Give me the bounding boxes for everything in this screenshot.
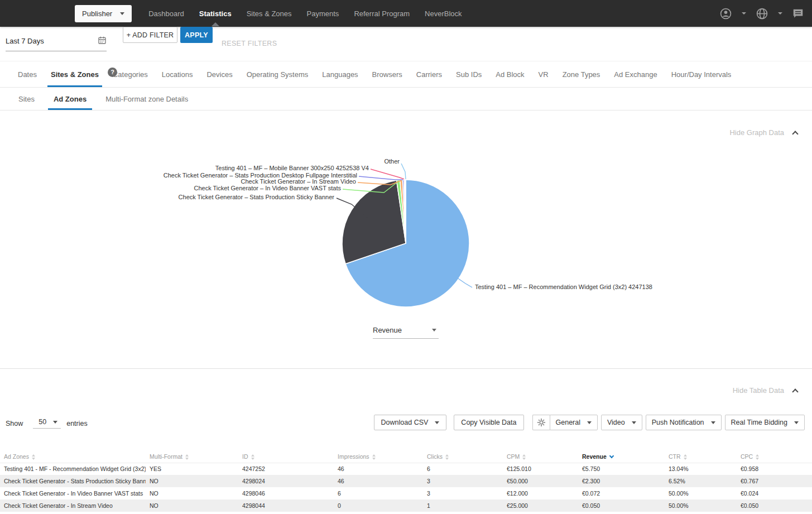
- statistics-tabs: DatesSites & ZonesCategoriesLocationsDev…: [0, 61, 812, 88]
- chart-metric-value: Revenue: [373, 326, 402, 334]
- column-header-revenue[interactable]: Revenue: [578, 450, 665, 463]
- sort-icon: [32, 454, 35, 460]
- column-label: CPC: [741, 453, 753, 460]
- gear-icon[interactable]: [532, 415, 550, 430]
- globe-chevron-down-icon[interactable]: [778, 12, 782, 15]
- chevron-down-icon: [587, 421, 592, 424]
- globe-icon[interactable]: [756, 7, 768, 20]
- nav-item-dashboard[interactable]: Dashboard: [148, 1, 184, 26]
- add-filter-button[interactable]: + ADD FILTER: [123, 27, 177, 43]
- reset-filters-button[interactable]: RESET FILTERS: [222, 40, 277, 47]
- cell-multi-format: YES: [146, 463, 238, 475]
- tab-browsers[interactable]: Browsers: [369, 61, 406, 87]
- pie-label-check-ticket-generator-stats-production-sticky-banner: Check Ticket Generator – Stats Productio…: [179, 194, 334, 200]
- tab-vr[interactable]: VR: [535, 61, 552, 87]
- tab-dates[interactable]: Dates: [15, 61, 40, 87]
- column-label: Multi-Format: [150, 453, 182, 460]
- sort-icon: [756, 454, 759, 460]
- table-row: Check Ticket Generator - In Stream Video…: [0, 499, 812, 512]
- hide-table-data-label: Hide Table Data: [733, 386, 784, 395]
- chevron-down-icon: [53, 421, 57, 424]
- statistics-table: Ad ZonesMulti-FormatIDImpressionsClicksC…: [0, 450, 812, 512]
- real-time-bidding-dropdown[interactable]: Real Time Bidding: [725, 415, 805, 430]
- cell-id: 4298024: [238, 475, 334, 487]
- cell-ad-zone: Testing 401 - MF - Recommendation Widget…: [0, 463, 146, 475]
- pie-label-testing-401-mf-recommendation-widget-grid-3x2-4247138: Testing 401 – MF – Recommendation Widget…: [475, 284, 652, 290]
- download-csv-button[interactable]: Download CSV: [374, 415, 447, 430]
- video-dropdown[interactable]: Video: [601, 415, 642, 430]
- tab-sites-zones[interactable]: Sites & Zones: [47, 61, 102, 87]
- pie-label-check-ticket-generator-stats-production-desktop-fullpage-interstitial: Check Ticket Generator – Stats Productio…: [164, 172, 357, 179]
- account-chevron-down-icon[interactable]: [742, 12, 746, 15]
- cell-clicks: 3: [423, 487, 503, 499]
- entries-label: entries: [66, 420, 88, 427]
- chevron-down-icon: [120, 12, 124, 15]
- download-csv-label: Download CSV: [381, 419, 429, 426]
- chevron-down-icon: [632, 421, 636, 424]
- column-header-cpm[interactable]: CPM: [503, 450, 578, 463]
- subtab-sites[interactable]: Sites: [13, 88, 40, 110]
- tab-categories[interactable]: Categories: [109, 61, 151, 87]
- column-header-impressions[interactable]: Impressions: [334, 450, 423, 463]
- subtab-ad-zones[interactable]: Ad Zones: [48, 88, 92, 110]
- apply-button[interactable]: APPLY: [180, 27, 213, 43]
- chart-metric-dropdown[interactable]: Revenue: [373, 326, 439, 339]
- table-body: Testing 401 - MF - Recommendation Widget…: [0, 463, 812, 512]
- cell-clicks: 1: [423, 499, 503, 512]
- cell-multi-format: NO: [146, 499, 238, 512]
- sort-icon: [185, 454, 189, 460]
- cell-id: 4247252: [238, 463, 334, 475]
- nav-item-statistics[interactable]: Statistics: [199, 1, 232, 26]
- tab-carriers[interactable]: Carriers: [413, 61, 445, 87]
- chat-icon[interactable]: [792, 7, 804, 20]
- cell-cpc: €0.050: [737, 499, 812, 512]
- cell-cpm: €25.000: [503, 499, 578, 512]
- tab-sub-ids[interactable]: Sub IDs: [453, 61, 485, 87]
- column-header-multi-format[interactable]: Multi-Format: [146, 450, 238, 463]
- column-label: Clicks: [427, 453, 443, 460]
- cell-cpc: €0.767: [737, 475, 812, 487]
- subtab-multi-format-zone-details[interactable]: Multi-Format zone Details: [100, 88, 194, 110]
- tab-operating-systems[interactable]: Operating Systems: [243, 61, 312, 87]
- column-header-id[interactable]: ID: [238, 450, 334, 463]
- account-icon[interactable]: [719, 7, 732, 20]
- column-header-ctr[interactable]: CTR: [665, 450, 737, 463]
- tab-hour-day-intervals[interactable]: Hour/Day Intervals: [668, 61, 735, 87]
- column-header-clicks[interactable]: Clicks: [423, 450, 503, 463]
- page-size-dropdown[interactable]: 50: [33, 418, 61, 429]
- table-header-row: Ad ZonesMulti-FormatIDImpressionsClicksC…: [0, 450, 812, 463]
- tab-languages[interactable]: Languages: [319, 61, 361, 87]
- tab-ad-exchange[interactable]: Ad Exchange: [611, 61, 660, 87]
- tab-devices[interactable]: Devices: [203, 61, 236, 87]
- cell-id: 4298044: [238, 499, 334, 512]
- publisher-dropdown[interactable]: Publisher: [75, 5, 132, 22]
- nav-item-sites-zones[interactable]: Sites & Zones: [247, 1, 292, 26]
- top-navbar: Publisher DashboardStatisticsSites & Zon…: [0, 0, 812, 27]
- nav-item-neverblock[interactable]: NeverBlock: [425, 1, 462, 26]
- tab-locations[interactable]: Locations: [158, 61, 196, 87]
- publisher-dropdown-label: Publisher: [82, 9, 112, 18]
- column-label: CPM: [507, 453, 520, 460]
- column-header-cpc[interactable]: CPC: [737, 450, 812, 463]
- table-row: Testing 401 - MF - Recommendation Widget…: [0, 463, 812, 475]
- nav-item-referral-program[interactable]: Referral Program: [354, 1, 410, 26]
- cell-cpm: €125.010: [503, 463, 578, 475]
- general-dropdown[interactable]: General: [550, 415, 598, 430]
- chevron-down-icon: [435, 421, 439, 424]
- tab-ad-block[interactable]: Ad Block: [492, 61, 527, 87]
- date-range-input[interactable]: Last 7 Days: [6, 36, 107, 51]
- cell-revenue: €0.072: [578, 487, 665, 499]
- hide-table-data-link[interactable]: Hide Table Data: [733, 386, 797, 395]
- sort-icon: [372, 454, 376, 460]
- column-header-ad-zones[interactable]: Ad Zones: [0, 450, 146, 463]
- copy-visible-data-button[interactable]: Copy Visible Data: [454, 415, 523, 430]
- cell-ctr: 6.52%: [665, 475, 737, 487]
- cell-clicks: 6: [423, 463, 503, 475]
- cell-revenue: €5.750: [578, 463, 665, 475]
- column-label: Revenue: [582, 453, 607, 460]
- pie-label-check-ticket-generator-in-stream-video: Check Ticket Generator – In Stream Video: [241, 178, 356, 185]
- push-notification-dropdown[interactable]: Push Notification: [646, 415, 722, 430]
- chevron-up-icon: [792, 388, 798, 395]
- nav-item-payments[interactable]: Payments: [307, 1, 339, 26]
- tab-zone-types[interactable]: Zone Types: [559, 61, 604, 87]
